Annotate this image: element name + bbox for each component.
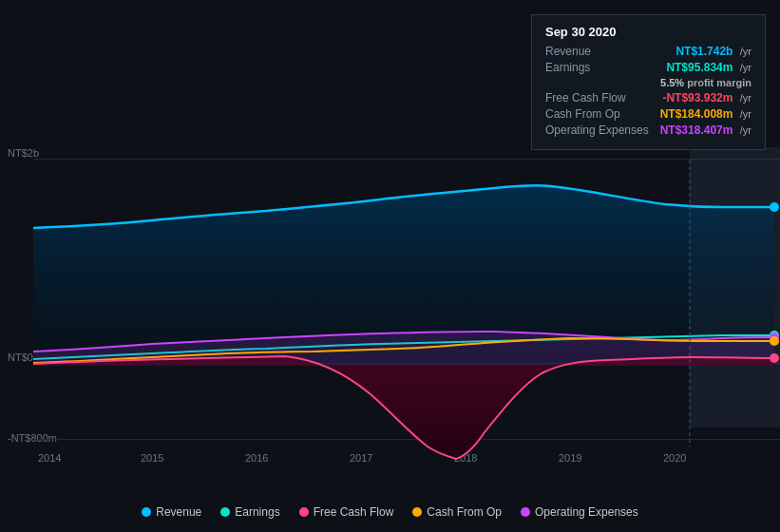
- legend-dot-cashfromop: [412, 507, 422, 517]
- tooltip-label-earnings: Earnings: [545, 61, 590, 74]
- tooltip-row-fcf: Free Cash Flow -NT$93.932m /yr: [545, 91, 751, 104]
- tooltip-label-revenue: Revenue: [545, 45, 591, 58]
- tooltip-label-cashfromop: Cash From Op: [545, 107, 620, 121]
- legend-label-revenue: Revenue: [156, 505, 201, 519]
- fcf-fill: [33, 356, 774, 459]
- tooltip-value-cashfromop: NT$184.008m /yr: [660, 107, 751, 121]
- legend-dot-earnings: [220, 507, 230, 517]
- tooltip-row-opex: Operating Expenses NT$318.407m /yr: [545, 124, 751, 137]
- revenue-dot: [770, 202, 779, 212]
- legend-item-earnings[interactable]: Earnings: [220, 505, 279, 519]
- tooltip-value-revenue: NT$1.742b /yr: [675, 45, 751, 58]
- legend-dot-opex: [521, 507, 530, 517]
- tooltip-row-earnings: Earnings NT$95.834m /yr: [545, 61, 751, 74]
- cashfromop-dot: [770, 336, 779, 346]
- legend-item-fcf[interactable]: Free Cash Flow: [299, 505, 394, 519]
- tooltip-label-opex: Operating Expenses: [545, 124, 649, 137]
- tooltip-box: Sep 30 2020 Revenue NT$1.742b /yr Earnin…: [531, 14, 766, 150]
- legend-dot-fcf: [299, 507, 309, 517]
- fcf-dot: [770, 353, 779, 363]
- tooltip-value-fcf: -NT$93.932m /yr: [662, 91, 751, 104]
- legend-label-cashfromop: Cash From Op: [427, 505, 502, 519]
- tooltip-row-margin: 5.5% profit margin: [545, 77, 751, 88]
- tooltip-label-fcf: Free Cash Flow: [545, 91, 626, 104]
- legend-item-opex[interactable]: Operating Expenses: [521, 505, 638, 519]
- tooltip-value-earnings: NT$95.834m /yr: [666, 61, 751, 74]
- tooltip-value-margin: 5.5% profit margin: [660, 77, 751, 88]
- tooltip-value-opex: NT$318.407m /yr: [660, 124, 751, 137]
- legend: Revenue Earnings Free Cash Flow Cash Fro…: [0, 500, 780, 524]
- legend-dot-revenue: [142, 507, 151, 517]
- tooltip-date: Sep 30 2020: [545, 25, 751, 39]
- legend-item-cashfromop[interactable]: Cash From Op: [412, 505, 502, 519]
- legend-label-opex: Operating Expenses: [535, 505, 638, 519]
- legend-label-earnings: Earnings: [235, 505, 279, 519]
- legend-item-revenue[interactable]: Revenue: [142, 505, 201, 519]
- tooltip-row-revenue: Revenue NT$1.742b /yr: [545, 45, 751, 58]
- tooltip-row-cashfromop: Cash From Op NT$184.008m /yr: [545, 107, 751, 121]
- legend-label-fcf: Free Cash Flow: [314, 505, 394, 519]
